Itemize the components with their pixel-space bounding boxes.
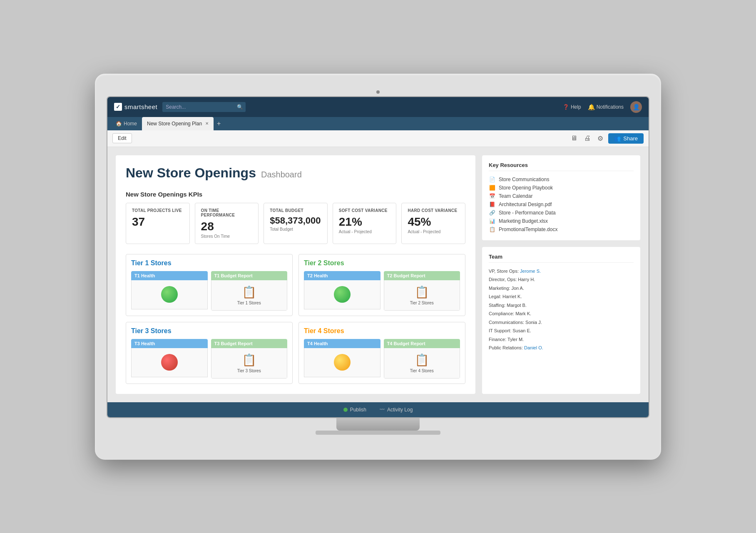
tier3-budget-icon: 📋: [242, 353, 256, 367]
toolbar: Edit 🖥 🖨 ⚙ 👥 Share: [107, 130, 649, 147]
publish-dot: [343, 408, 348, 412]
publish-button[interactable]: Publish: [340, 405, 370, 414]
playbook-icon: 🟧: [489, 185, 495, 191]
team-member-item: Compliance: Mark K.: [489, 309, 634, 318]
search-input[interactable]: [162, 102, 246, 112]
resource-item-mkt-budget[interactable]: 📊 Marketing Budget.xlsx: [489, 217, 634, 225]
edit-button[interactable]: Edit: [112, 133, 132, 143]
team-member-name: Sonia J.: [525, 320, 542, 325]
team-member-item: Director, Ops: Harry H.: [489, 275, 634, 284]
notifications-button[interactable]: 🔔 Notifications: [588, 104, 624, 110]
kpi-total-projects-value: 37: [132, 216, 184, 228]
tier2-budget-body: 📋 Tier 2 Stores: [384, 280, 460, 311]
team-member-item: Communications: Sonia J.: [489, 318, 634, 327]
resource-item-store-comm[interactable]: 📄 Store Communications: [489, 175, 634, 184]
tier3-title: Tier 3 Stores: [131, 327, 287, 335]
dashboard-panel: New Store Openings Dashboard New Store O…: [116, 155, 475, 394]
kpi-total-projects-label: Total Projects Live: [132, 208, 184, 213]
tv-icon-button[interactable]: 🖥: [569, 133, 579, 144]
tier1-health-body: [131, 280, 208, 309]
resource-item-store-perf[interactable]: 🔗 Store - Performance Data: [489, 209, 634, 217]
team-member-item: Marketing: Jon A.: [489, 284, 634, 293]
kpi-on-time: On Time Performance 28 Stores On Time: [195, 203, 259, 244]
tier2-health-widget: T2 Health: [304, 271, 380, 311]
resource-item-promo[interactable]: 📋 PromotionalTemplate.docx: [489, 225, 634, 234]
team-member-role: Staffing:: [489, 303, 507, 308]
store-perf-icon: 🔗: [489, 210, 495, 216]
promo-icon: 📋: [489, 227, 495, 232]
dashboard-title: New Store Openings: [126, 165, 256, 181]
team-member-name: Margot B.: [507, 303, 527, 308]
arch-pdf-label: Architectural Design.pdf: [499, 202, 552, 207]
team-member-item: Legal: Harriet K.: [489, 292, 634, 301]
resource-item-arch-pdf[interactable]: 📕 Architectural Design.pdf: [489, 200, 634, 209]
tier4-budget-icon: 📋: [415, 353, 429, 367]
team-member-name[interactable]: Daniel O.: [524, 345, 543, 350]
team-member-name: Susan E.: [512, 328, 531, 333]
activity-log-button[interactable]: 〰 Activity Log: [376, 405, 416, 414]
status-bar: Publish 〰 Activity Log: [107, 402, 649, 417]
share-button[interactable]: 👥 Share: [608, 133, 644, 144]
tier2-budget-header: T2 Budget Report: [384, 271, 460, 280]
tab-label: New Store Opening Plan: [147, 121, 202, 127]
kpi-soft-cost-value: 21%: [339, 216, 390, 228]
main-content: New Store Openings Dashboard New Store O…: [107, 147, 649, 402]
kpi-section-title: New Store Openings KPIs: [126, 191, 465, 198]
tier1-budget-label: Tier 1 Stores: [237, 301, 261, 305]
tier1-health-header: T1 Health: [131, 271, 208, 280]
tier3-budget-widget[interactable]: T3 Budget Report 📋 Tier 3 Stores: [211, 339, 288, 379]
store-comm-label: Store Communications: [499, 177, 549, 182]
tier2-health-dot: [334, 286, 351, 303]
tier3-budget-header: T3 Budget Report: [211, 339, 288, 348]
resource-item-playbook[interactable]: 🟧 Store Opening Playbook: [489, 184, 634, 192]
team-member-role: Marketing:: [489, 286, 511, 291]
tier4-health-widget: T4 Health: [304, 339, 380, 379]
settings-icon-button[interactable]: ⚙: [596, 133, 605, 144]
tier1-budget-widget[interactable]: T1 Budget Report 📋 Tier 1 Stores: [211, 271, 288, 311]
help-button[interactable]: ❓ Help: [563, 104, 581, 110]
tab-add-button[interactable]: +: [214, 120, 224, 127]
tier4-title: Tier 4 Stores: [304, 327, 460, 335]
right-panels: Key Resources 📄 Store Communications 🟧 S…: [482, 155, 640, 394]
tab-bar: 🏠 Home New Store Opening Plan ✕ +: [107, 117, 649, 130]
team-cal-label: Team Calendar: [499, 193, 532, 199]
mkt-budget-icon: 📊: [489, 218, 495, 224]
resource-item-team-cal[interactable]: 📅 Team Calendar: [489, 192, 634, 200]
user-avatar[interactable]: 👤: [630, 101, 642, 113]
tab-home[interactable]: 🏠 Home: [111, 117, 142, 130]
team-cal-icon: 📅: [489, 193, 495, 199]
tier1-budget-icon: 📋: [242, 285, 256, 299]
tier4-budget-label: Tier 4 Stores: [410, 369, 434, 373]
share-icon: 👥: [614, 135, 621, 142]
kpi-row: Total Projects Live 37 On Time Performan…: [126, 203, 465, 244]
tier2-budget-widget[interactable]: T2 Budget Report 📋 Tier 2 Stores: [384, 271, 460, 311]
logo[interactable]: ✓ smartsheet: [114, 103, 157, 111]
kpi-total-projects: Total Projects Live 37: [126, 203, 190, 244]
kpi-hard-cost: Hard Cost Variance 45% Actual - Projecte…: [401, 203, 465, 244]
tier2-title: Tier 2 Stores: [304, 259, 460, 267]
logo-text: smartsheet: [124, 103, 157, 110]
team-member-item: Staffing: Margot B.: [489, 301, 634, 310]
store-perf-label: Store - Performance Data: [499, 210, 556, 216]
search-icon[interactable]: 🔍: [237, 104, 243, 110]
team-member-item: Finance: Tyler M.: [489, 335, 634, 344]
team-member-name: Harriet K.: [502, 294, 522, 299]
activity-icon: 〰: [380, 407, 385, 413]
search-wrapper: 🔍: [162, 102, 246, 112]
bell-icon: 🔔: [588, 104, 595, 110]
team-member-name[interactable]: Jerome S.: [520, 269, 541, 274]
key-resources-panel: Key Resources 📄 Store Communications 🟧 S…: [482, 155, 640, 240]
tab-new-store-opening[interactable]: New Store Opening Plan ✕: [142, 117, 214, 130]
print-icon-button[interactable]: 🖨: [582, 133, 592, 144]
tier4-budget-widget[interactable]: T4 Budget Report 📋 Tier 4 Stores: [384, 339, 460, 379]
tier2-health-body: [304, 280, 380, 309]
team-title: Team: [489, 254, 634, 263]
store-comm-icon: 📄: [489, 177, 495, 182]
team-member-item: VP, Store Ops: Jerome S.: [489, 267, 634, 276]
tab-close-icon[interactable]: ✕: [205, 121, 209, 126]
tier3-health-header: T3 Health: [131, 339, 208, 348]
dashboard-subtitle: Dashboard: [261, 170, 302, 179]
arch-pdf-icon: 📕: [489, 202, 495, 207]
tier-grid: Tier 1 Stores T1 Health T1 Budget Repor: [126, 254, 465, 384]
team-panel: Team VP, Store Ops: Jerome S.Director, O…: [482, 247, 640, 394]
